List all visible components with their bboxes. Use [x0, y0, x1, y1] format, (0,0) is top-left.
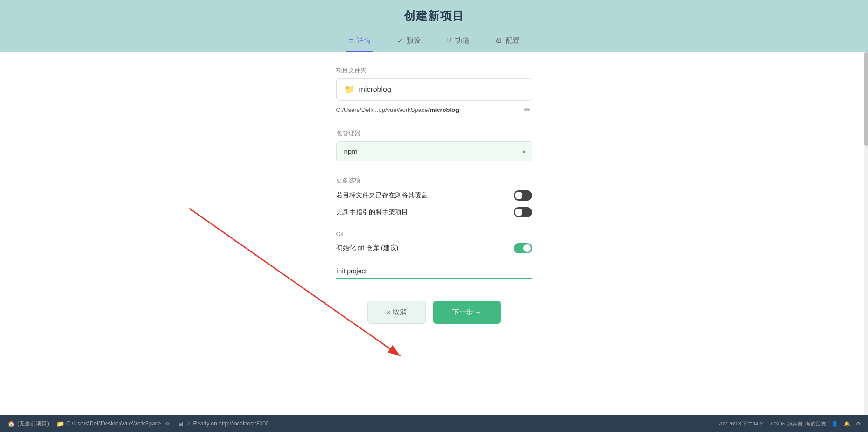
tab-detail[interactable]: ≡ 详情 [346, 32, 372, 52]
status-csdn: CSDN @某自_海的朋友 [771, 420, 826, 427]
status-path: 📁 C:\Users\Dell\Desktop\vueWorkSpace ✏ [56, 420, 170, 427]
status-ready-text: Ready on http://localhost:8000 [193, 420, 269, 427]
option-overwrite-label: 若目标文件夹已存在则将其覆盖 [336, 191, 428, 200]
pkg-manager-select-wrapper: npm yarn ▾ [336, 141, 532, 161]
pkg-manager-section: 包管理器 npm yarn ▾ [336, 129, 532, 161]
monitor-icon: 🖥 [177, 420, 183, 427]
edit-status-icon: ✏ [165, 420, 170, 427]
gear-icon: ⚙ [495, 36, 502, 45]
form-container: 项目文件夹 📁 microblog C:/Users/Dell/...op/vu… [336, 66, 532, 406]
folder-icon: 📁 [344, 84, 354, 95]
list-icon: ≡ [348, 37, 353, 45]
next-label: 下一步 → [452, 308, 482, 317]
status-datetime: 2021/6/13 下午14:31 [718, 420, 766, 427]
next-button[interactable]: 下一步 → [433, 301, 501, 324]
option-no-scaffold-label: 无新手指引的脚手架项目 [336, 208, 408, 216]
status-bar: 🏠 (无当前项目) 📁 C:\Users\Dell\Desktop\vueWor… [0, 415, 868, 432]
status-path-text: C:\Users\Dell\Desktop\vueWorkSpace [66, 420, 161, 427]
git-section: Git 初始化 git 仓库 (建议) [336, 230, 532, 253]
option-overwrite-toggle[interactable] [514, 190, 532, 201]
status-left: 🏠 (无当前项目) 📁 C:\Users\Dell\Desktop\vueWor… [7, 420, 269, 428]
pkg-manager-select[interactable]: npm yarn [336, 141, 532, 161]
scrollbar-thumb[interactable] [864, 52, 868, 146]
more-options-label: 更多选项 [336, 176, 532, 185]
status-no-project: (无当前项目) [17, 420, 49, 428]
status-right: 2021/6/13 下午14:31 CSDN @某自_海的朋友 👤 🔔 ⚙ [718, 420, 861, 427]
option-no-scaffold-row: 无新手指引的脚手架项目 [336, 207, 532, 217]
project-folder-box: 📁 microblog [336, 78, 532, 101]
tab-detail-label: 详情 [357, 36, 371, 45]
path-row: C:/Users/Dell/...op/vueWorkSpace/microbl… [336, 104, 532, 116]
folder-status-icon: 📁 [56, 420, 64, 427]
tabs-bar: ≡ 详情 ✓ 预设 ⑂ 功能 ⚙ 配置 [0, 32, 868, 52]
check-icon: ✓ [397, 36, 403, 45]
header-area: 创建新项目 ≡ 详情 ✓ 预设 ⑂ 功能 ⚙ 配置 [0, 0, 868, 52]
bell-icon: 🔔 [844, 421, 850, 427]
tab-preset[interactable]: ✓ 预设 [395, 32, 423, 52]
user-icon: 👤 [832, 421, 838, 427]
check-status-icon: ✓ [186, 420, 191, 427]
git-init-row: 初始化 git 仓库 (建议) [336, 243, 532, 253]
git-section-label: Git [336, 230, 532, 237]
git-init-toggle[interactable] [514, 243, 532, 253]
project-folder-label: 项目文件夹 [336, 66, 532, 75]
toggle-slider-scaffold [514, 207, 532, 217]
folder-path-text: C:/Users/Dell/...op/vueWorkSpace/microbl… [336, 106, 459, 113]
more-options-section: 更多选项 若目标文件夹已存在则将其覆盖 无新手指引的脚手架项目 [336, 176, 532, 217]
toggle-slider-git [514, 243, 532, 253]
scrollbar-track [864, 52, 868, 415]
tab-config[interactable]: ⚙ 配置 [494, 32, 522, 52]
home-icon: 🏠 [7, 420, 15, 427]
tab-config-label: 配置 [506, 36, 520, 45]
pkg-manager-label: 包管理器 [336, 129, 532, 138]
main-content: 项目文件夹 📁 microblog C:/Users/Dell/...op/vu… [0, 52, 868, 415]
cancel-label: × 取消 [387, 308, 407, 317]
tab-feature-label: 功能 [455, 36, 469, 45]
tab-feature[interactable]: ⑂ 功能 [445, 32, 471, 52]
settings-icon: ⚙ [856, 421, 861, 427]
cancel-button[interactable]: × 取消 [367, 301, 426, 324]
tab-preset-label: 预设 [407, 36, 421, 45]
toggle-slider-overwrite [514, 190, 532, 201]
git-commit-wrapper [336, 265, 532, 279]
status-ready: 🖥 ✓ Ready on http://localhost:8000 [177, 420, 269, 427]
option-overwrite-row: 若目标文件夹已存在则将其覆盖 [336, 190, 532, 201]
folder-name-text: microblog [359, 85, 391, 94]
page-title: 创建新项目 [0, 8, 868, 23]
git-commit-input[interactable] [336, 265, 532, 279]
action-buttons: × 取消 下一步 → [336, 292, 532, 328]
git-init-label: 初始化 git 仓库 (建议) [336, 244, 399, 252]
option-no-scaffold-toggle[interactable] [514, 207, 532, 217]
edit-path-button[interactable]: ✏ [522, 104, 532, 116]
branch-icon: ⑂ [447, 37, 452, 45]
status-home: 🏠 (无当前项目) [7, 420, 49, 428]
